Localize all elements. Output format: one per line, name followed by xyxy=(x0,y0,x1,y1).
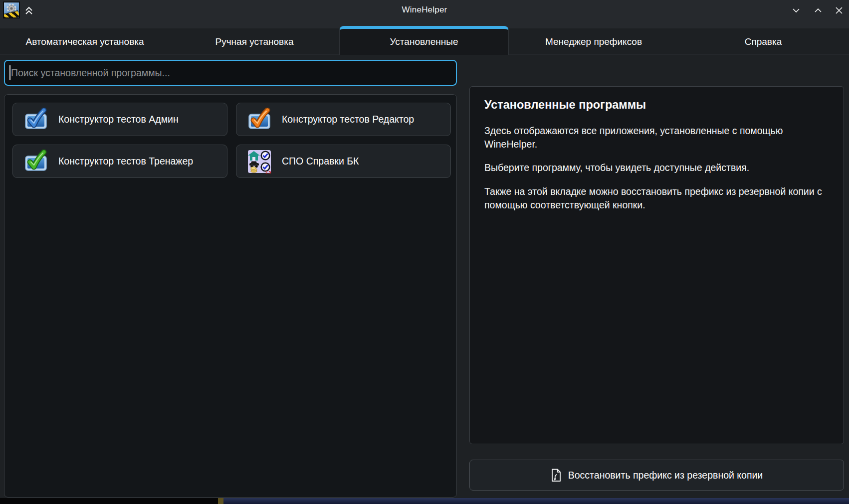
info-panel: Установленные программы Здесь отображают… xyxy=(469,86,844,444)
minimize-chevron-down-icon[interactable] xyxy=(790,4,802,16)
spo-spravki-bk-icon: 2.5 xyxy=(247,150,271,173)
winehelper-window: WineHelper Автоматическая установка Ручн… xyxy=(0,0,849,498)
tab-help[interactable]: Справка xyxy=(678,28,848,55)
window-title: WineHelper xyxy=(0,5,849,15)
installed-programs-panel: Конструктор тестов Админ Конструктор тес… xyxy=(4,94,457,498)
background-strip-sliver xyxy=(218,498,223,504)
tab-installed[interactable]: Установленные xyxy=(339,26,509,55)
test-checkbox-green-icon xyxy=(24,150,48,173)
program-item-label: Конструктор тестов Админ xyxy=(58,114,179,125)
program-item-konstruktor-admin[interactable]: Конструктор тестов Админ xyxy=(12,103,227,136)
test-checkbox-orange-icon xyxy=(247,108,271,132)
search-input[interactable]: Поиск установленной программы... xyxy=(4,60,457,86)
text-caret xyxy=(9,65,10,80)
info-paragraph: Здесь отображаются все приложения, устан… xyxy=(484,124,829,151)
background-strip xyxy=(0,498,849,504)
tab-manual-install[interactable]: Ручная установка xyxy=(170,28,339,55)
info-panel-title: Установленные программы xyxy=(484,98,829,112)
info-paragraph: Также на этой вкладке можно восстановить… xyxy=(484,185,829,211)
background-strip-dark xyxy=(0,498,218,504)
tab-prefix-manager[interactable]: Менеджер префиксов xyxy=(509,28,678,55)
tab-bar: Автоматическая установка Ручная установк… xyxy=(0,28,849,55)
restore-prefix-button-label: Восстановить префикс из резервной копии xyxy=(568,470,763,481)
program-item-konstruktor-redaktor[interactable]: Конструктор тестов Редактор xyxy=(236,103,451,136)
search-placeholder: Поиск установленной программы... xyxy=(11,67,170,79)
svg-text:2.5: 2.5 xyxy=(265,169,271,173)
tab-auto-install[interactable]: Автоматическая установка xyxy=(0,28,170,55)
program-item-label: Конструктор тестов Редактор xyxy=(282,114,414,125)
info-paragraph: Выберите программу, чтобы увидеть доступ… xyxy=(484,161,829,174)
restore-prefix-button[interactable]: Восстановить префикс из резервной копии xyxy=(469,460,844,491)
restore-backup-document-icon xyxy=(551,469,562,482)
program-item-label: СПО Справки БК xyxy=(282,156,359,167)
program-item-konstruktor-trenazher[interactable]: Конструктор тестов Тренажер xyxy=(12,145,227,178)
program-item-spo-spravki-bk[interactable]: 2.5 СПО Справки БК xyxy=(236,145,451,178)
program-item-label: Конструктор тестов Тренажер xyxy=(58,156,193,167)
maximize-chevron-up-icon[interactable] xyxy=(812,4,824,16)
test-checkbox-blue-icon xyxy=(24,108,48,132)
titlebar: WineHelper xyxy=(0,0,849,28)
close-x-icon[interactable] xyxy=(833,4,845,16)
